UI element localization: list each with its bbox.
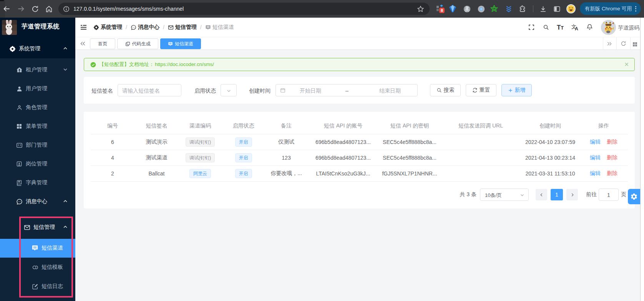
svg-text:8: 8 — [440, 8, 443, 13]
